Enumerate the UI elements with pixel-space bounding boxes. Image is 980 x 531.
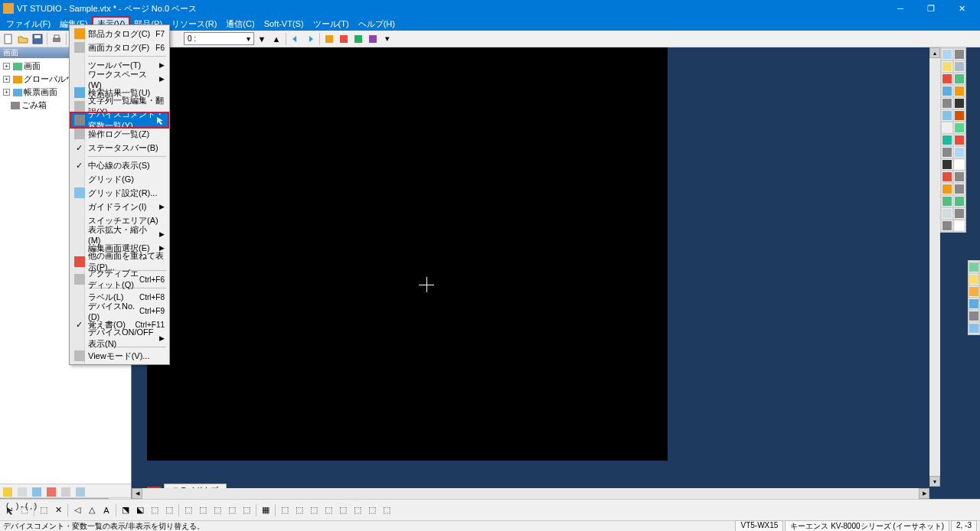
palette-btn-5-0[interactable]: [941, 109, 953, 122]
bt-17[interactable]: ▦: [259, 503, 273, 517]
palette-btn-11-0[interactable]: [941, 183, 953, 195]
menu-item-ワークスペース[interactable]: ワークスペース(W)▶: [71, 72, 168, 86]
horizontal-scrollbar[interactable]: ◀ ▶: [132, 488, 929, 499]
menu-item-ステータスバー[interactable]: ✓ステータスバー(B): [71, 141, 168, 155]
palette-btn-3-1[interactable]: [953, 85, 965, 97]
print-button[interactable]: [50, 32, 64, 46]
maximize-button[interactable]: ❐: [916, 0, 946, 17]
page-down-button[interactable]: ▼: [255, 32, 269, 46]
menu-item-アクティブエディット[interactable]: アクティブエディット(Q)Ctrl+F6: [71, 272, 168, 286]
palette-btn-10-1[interactable]: [953, 171, 965, 183]
bt-7[interactable]: A: [100, 503, 113, 517]
color-palette-btn-0[interactable]: [969, 261, 979, 273]
menu-item-表示拡大・縮小[interactable]: 表示拡大・縮小(M)▶: [71, 227, 168, 241]
palette-btn-4-1[interactable]: [953, 97, 965, 109]
menu-item-グリッド[interactable]: グリッド(G): [71, 172, 168, 186]
bt-22[interactable]: ⬚: [336, 503, 350, 517]
close-button[interactable]: ✕: [946, 0, 977, 17]
menu-リソース[interactable]: リソース(R): [167, 17, 221, 31]
palette-btn-4-0[interactable]: [941, 97, 953, 109]
tb1-btn-d[interactable]: [366, 32, 380, 46]
palette-btn-6-1[interactable]: [953, 122, 965, 134]
canvas[interactable]: [147, 47, 668, 461]
palette-btn-1-1[interactable]: [953, 60, 965, 73]
bt-11[interactable]: ⬚: [162, 503, 176, 517]
tb1-btn-e[interactable]: ▾: [381, 32, 394, 46]
new-button[interactable]: [2, 32, 15, 46]
menu-item-Viewモード[interactable]: Viewモード(V)...: [71, 349, 168, 363]
palette-btn-14-0[interactable]: [941, 220, 953, 232]
tb1-btn-b[interactable]: [337, 32, 351, 46]
menu-item-他の画面を重ねて表示[interactable]: 他の画面を重ねて表示(P)...: [71, 255, 168, 269]
scroll-left-button[interactable]: ◀: [132, 488, 142, 499]
palette-btn-2-1[interactable]: [953, 73, 965, 85]
color-palette-btn-2[interactable]: [969, 285, 979, 298]
scroll-right-button[interactable]: ▶: [919, 488, 929, 499]
color-palette-btn-1[interactable]: [969, 273, 979, 285]
palette-btn-9-1[interactable]: [953, 158, 965, 171]
redo-nav-button[interactable]: [303, 32, 317, 46]
palette-btn-6-0[interactable]: [941, 122, 953, 134]
menu-soft-vt[interactable]: Soft-VT(S): [260, 18, 309, 30]
bt-10[interactable]: ⬚: [148, 503, 162, 517]
palette-btn-5-1[interactable]: [953, 109, 965, 122]
undo-nav-button[interactable]: [289, 32, 302, 46]
palette-btn-10-0[interactable]: [941, 171, 953, 183]
bt-12[interactable]: ⬚: [181, 503, 195, 517]
palette-btn-1-0[interactable]: [941, 60, 953, 73]
palette-btn-14-1[interactable]: [953, 220, 965, 232]
menu-ヘルプ[interactable]: ヘルプ(H): [354, 17, 400, 31]
palette-btn-9-0[interactable]: [941, 158, 953, 171]
menu-item-操作ログ一覧[interactable]: 操作ログ一覧(Z): [71, 127, 168, 141]
bt-18[interactable]: ⬚: [278, 503, 292, 517]
tb1-btn-c[interactable]: [351, 32, 365, 46]
tb1-btn-a[interactable]: [322, 32, 336, 46]
save-button[interactable]: [31, 32, 44, 46]
palette-btn-7-1[interactable]: [953, 134, 965, 146]
bt-23[interactable]: ⬚: [351, 503, 364, 517]
page-combo[interactable]: 0 :▾: [184, 32, 254, 45]
vertical-scrollbar[interactable]: ▲ ▼: [929, 47, 940, 487]
bt-16[interactable]: ⬚: [240, 503, 253, 517]
palette-btn-3-0[interactable]: [941, 85, 953, 97]
bt-8[interactable]: ⬔: [119, 503, 132, 517]
color-palette-btn-5[interactable]: [969, 322, 979, 334]
palette-btn-8-0[interactable]: [941, 146, 953, 158]
color-palette-btn-3[interactable]: [969, 298, 979, 310]
canvas-area[interactable]: スライドタブ: [132, 47, 980, 511]
bt-24[interactable]: ⬚: [365, 503, 379, 517]
menu-item-部品カタログ[interactable]: 部品カタログ(C)F7: [71, 27, 168, 41]
palette-btn-13-0[interactable]: [941, 207, 953, 220]
menu-item-ガイドライン[interactable]: ガイドライン(I)▶: [71, 200, 168, 213]
menu-ファイル[interactable]: ファイル(F): [2, 17, 55, 31]
bt-13[interactable]: ⬚: [196, 503, 210, 517]
bt-14[interactable]: ⬚: [211, 503, 224, 517]
bt-15[interactable]: ⬚: [225, 503, 239, 517]
scroll-up-button[interactable]: ▲: [929, 47, 940, 58]
bt-21[interactable]: ⬚: [322, 503, 335, 517]
scroll-down-button[interactable]: ▼: [929, 476, 940, 487]
palette-btn-13-1[interactable]: [953, 207, 965, 220]
menu-item-中心線の表示[interactable]: ✓中心線の表示(S): [71, 158, 168, 172]
menu-ツール[interactable]: ツール(T): [309, 17, 354, 31]
bt-20[interactable]: ⬚: [307, 503, 321, 517]
bt-6[interactable]: △: [85, 503, 99, 517]
palette-btn-12-0[interactable]: [941, 195, 953, 207]
bt-5[interactable]: ◁: [70, 503, 84, 517]
open-button[interactable]: [16, 32, 30, 46]
palette-btn-12-1[interactable]: [953, 195, 965, 207]
menu-通信[interactable]: 通信(C): [221, 17, 259, 31]
bt-9[interactable]: ⬕: [133, 503, 147, 517]
page-up-button[interactable]: ▲: [270, 32, 283, 46]
bt-25[interactable]: ⬚: [380, 503, 394, 517]
menu-item-画面カタログ[interactable]: 画面カタログ(F)F6: [71, 41, 168, 54]
bt-19[interactable]: ⬚: [292, 503, 306, 517]
palette-btn-2-0[interactable]: [941, 73, 953, 85]
palette-btn-0-0[interactable]: [941, 48, 953, 60]
minimize-button[interactable]: ─: [885, 0, 916, 17]
menu-item-デバイスコメント・変数一覧[interactable]: デバイスコメント・変数一覧(Y): [71, 113, 168, 127]
palette-btn-0-1[interactable]: [953, 48, 965, 60]
bt-4[interactable]: ✕: [51, 503, 65, 517]
menu-item-デバイスNo.[interactable]: デバイスNo.(D)Ctrl+F9: [71, 304, 168, 318]
palette-btn-11-1[interactable]: [953, 183, 965, 195]
